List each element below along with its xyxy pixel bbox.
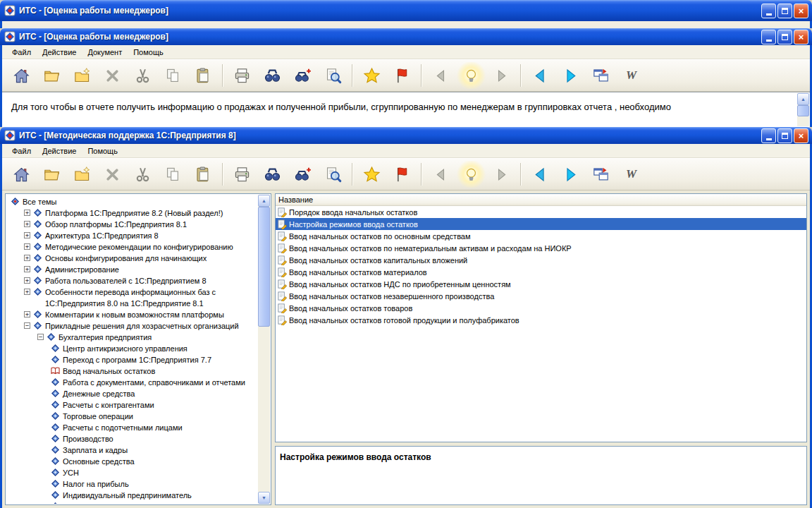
new-topic-button[interactable]	[67, 161, 97, 188]
menu-item-document[interactable]: Документ	[82, 47, 128, 58]
expander-plus-icon[interactable]: +	[24, 232, 30, 238]
open-folder-button[interactable]	[37, 62, 67, 89]
tree-item[interactable]: +Работа пользователей с 1С:Предприятием …	[6, 275, 258, 286]
expander-plus-icon[interactable]: +	[24, 277, 30, 284]
paste-button[interactable]	[188, 161, 219, 188]
expander-plus-icon[interactable]: +	[24, 266, 30, 272]
zoom-page-button[interactable]	[318, 161, 348, 188]
tree-item[interactable]: −Прикладные решения для хозрасчетных орг…	[6, 320, 258, 332]
titlebar[interactable]: ИТС - [Методическая поддержка 1С:Предпри…	[0, 127, 812, 144]
expander-plus-icon[interactable]: +	[24, 221, 30, 227]
cut-button[interactable]	[128, 161, 158, 188]
list-item[interactable]: Ввод начальных остатков по основным сред…	[276, 230, 806, 242]
scroll-up-button[interactable]: ▲	[258, 195, 270, 207]
open-in-window-button[interactable]	[586, 62, 616, 89]
copy-button[interactable]	[158, 62, 188, 89]
tree-item[interactable]: +Администрирование	[6, 264, 258, 275]
tree-item[interactable]: +Обзор платформы 1С:Предприятия 8.1	[6, 219, 258, 230]
home-button[interactable]	[6, 161, 37, 188]
highlight-bulb-button[interactable]	[456, 161, 486, 188]
favorites-button[interactable]	[357, 62, 387, 89]
open-folder-button[interactable]	[37, 161, 67, 188]
list-item[interactable]: Ввод начальных остатков готовой продукци…	[276, 314, 806, 326]
titlebar[interactable]: ИТС - [Оценка работы менеджеров] ×	[0, 28, 812, 45]
list-item[interactable]: Настройка режимов ввода остатков	[276, 218, 806, 230]
tree-item[interactable]: +Архитектура 1С:Предприятия 8	[6, 230, 258, 241]
maximize-button[interactable]	[777, 4, 792, 18]
menu-item-file[interactable]: Файл	[6, 145, 37, 157]
expander-minus-icon[interactable]: −	[37, 334, 44, 340]
word-export-button[interactable]: W	[616, 161, 646, 188]
list-item[interactable]: Ввод начальных остатков товаров	[276, 302, 806, 314]
cut-button[interactable]	[128, 62, 158, 89]
maximize-button[interactable]	[777, 30, 792, 44]
menu-item-help[interactable]: Помощь	[128, 47, 169, 58]
tree-item[interactable]: Индивидуальный предприниматель	[6, 490, 258, 501]
tree-item[interactable]: Ввод начальных остатков	[6, 365, 258, 377]
menu-item-action[interactable]: Действие	[37, 47, 82, 58]
tree-item[interactable]: −Бухгалтерия предприятия	[6, 332, 258, 343]
print-button[interactable]	[227, 161, 257, 188]
word-export-button[interactable]: W	[616, 62, 646, 89]
find-button[interactable]	[257, 161, 288, 188]
titlebar[interactable]: ИТС - [Оценка работы менеджеров] ×	[0, 0, 812, 21]
tree-item[interactable]: Переход с программ 1С:Предприятия 7.7	[6, 354, 258, 365]
tree-item[interactable]: НДС	[6, 501, 258, 504]
tree-item[interactable]: +Комментарии к новым возможностям платфо…	[6, 309, 258, 320]
zoom-page-button[interactable]	[318, 62, 348, 89]
menu-item-action[interactable]: Действие	[37, 145, 82, 157]
scroll-up-button[interactable]: ▲	[797, 93, 809, 105]
list-item[interactable]: Ввод начальных остатков незавершенного п…	[276, 290, 806, 302]
menu-item-help[interactable]: Помощь	[82, 145, 123, 157]
minimize-button[interactable]	[761, 30, 776, 44]
tree-item[interactable]: Расчеты с контрагентами	[6, 399, 258, 411]
tree-item[interactable]: Налог на прибыль	[6, 478, 258, 490]
expander-plus-icon[interactable]: +	[24, 243, 30, 250]
paste-button[interactable]	[188, 62, 219, 89]
tree-item[interactable]: +Основы конфигурирования для начинающих	[6, 253, 258, 264]
flag-button[interactable]	[387, 161, 417, 188]
delete-button[interactable]	[97, 161, 128, 188]
delete-button[interactable]	[97, 62, 128, 89]
tree-item[interactable]: Денежные средства	[6, 388, 258, 399]
scroll-thumb[interactable]	[258, 207, 270, 327]
minimize-button[interactable]	[761, 4, 776, 18]
expander-plus-icon[interactable]: +	[24, 210, 30, 216]
highlight-bulb-button[interactable]	[456, 62, 486, 89]
tree-item[interactable]: Расчеты с подотчетными лицами	[6, 422, 258, 433]
expander-plus-icon[interactable]: +	[24, 289, 30, 295]
expander-plus-icon[interactable]: +	[24, 255, 30, 261]
tree-item[interactable]: Зарплата и кадры	[6, 445, 258, 456]
close-button[interactable]: ×	[794, 4, 808, 18]
expander-plus-icon[interactable]: +	[24, 311, 30, 318]
scroll-thumb[interactable]	[797, 105, 809, 116]
vertical-scrollbar[interactable]: ▲	[797, 93, 809, 126]
new-topic-button[interactable]	[67, 62, 97, 89]
list-item[interactable]: Ввод начальных остатков по нематериальны…	[276, 242, 806, 254]
open-in-window-button[interactable]	[586, 161, 616, 188]
tree-item[interactable]: +Методические рекомендации по конфигурир…	[6, 241, 258, 253]
tree-item[interactable]: Центр антикризисного управления	[6, 343, 258, 354]
back-button[interactable]	[426, 161, 456, 188]
minimize-button[interactable]	[761, 128, 776, 143]
find-button[interactable]	[257, 62, 288, 89]
copy-button[interactable]	[158, 161, 188, 188]
list-item[interactable]: Порядок ввода начальных остатков	[276, 206, 806, 218]
find-next-button[interactable]	[288, 62, 318, 89]
close-button[interactable]: ×	[794, 30, 808, 44]
flag-button[interactable]	[387, 62, 417, 89]
list-item[interactable]: Ввод начальных остатков НДС по приобрете…	[276, 278, 806, 290]
expander-minus-icon[interactable]: −	[24, 322, 30, 329]
nav-previous-button[interactable]	[525, 161, 555, 188]
tree-item[interactable]: Основные средства	[6, 456, 258, 467]
nav-previous-button[interactable]	[525, 62, 555, 89]
tree-item[interactable]: Торговые операции	[6, 411, 258, 422]
tree-item[interactable]: Работа с документами, справочниками и от…	[6, 377, 258, 388]
find-next-button[interactable]	[288, 161, 318, 188]
list-item[interactable]: Ввод начальных остатков материалов	[276, 266, 806, 278]
tree-item[interactable]: Производство	[6, 433, 258, 445]
nav-next-button[interactable]	[555, 161, 586, 188]
favorites-button[interactable]	[357, 161, 387, 188]
tree-item[interactable]: +Особенности перевода информационных баз…	[6, 286, 258, 309]
print-button[interactable]	[227, 62, 257, 89]
